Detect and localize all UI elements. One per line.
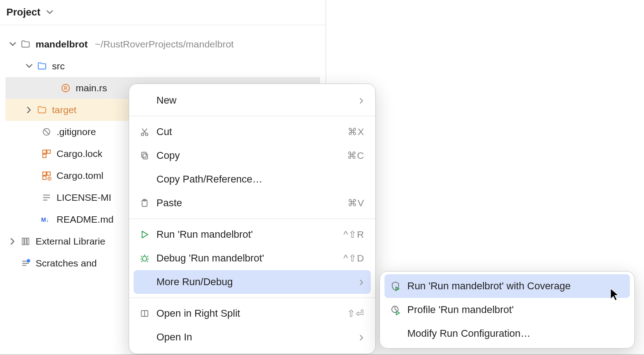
copy-icon <box>138 149 151 162</box>
svg-point-31 <box>142 256 146 261</box>
menu-item-copy-path[interactable]: Copy Path/Reference… <box>134 167 371 191</box>
menu-label: Cut <box>156 126 348 138</box>
tree-node-label: Scratches and <box>36 258 97 269</box>
cargo-icon <box>41 148 52 159</box>
menu-label: Open In <box>156 331 359 343</box>
panel-header: Project <box>0 0 326 25</box>
menu-shortcut: ⌘X <box>348 126 364 137</box>
tree-node-src[interactable]: src <box>0 55 326 77</box>
menu-item-new[interactable]: New <box>134 89 371 112</box>
menu-label: Run 'Run mandelbrot' with Coverage <box>407 280 623 292</box>
svg-rect-27 <box>143 154 147 159</box>
menu-label: Copy Path/Reference… <box>156 173 364 185</box>
menu-label: New <box>156 94 359 106</box>
menu-label: Profile 'Run mandelbrot' <box>407 304 623 316</box>
menu-shortcut: ⇧⏎ <box>347 308 364 319</box>
svg-rect-17 <box>25 238 26 245</box>
svg-line-37 <box>141 261 143 262</box>
submenu-more-run-debug: Run 'Run mandelbrot' with Coverage Profi… <box>379 271 635 349</box>
scratches-icon <box>20 258 31 269</box>
tree-node-label: main.rs <box>76 83 107 94</box>
menu-label: Run 'Run mandelbrot' <box>156 229 343 240</box>
ignore-icon <box>41 126 52 137</box>
run-icon <box>138 228 151 241</box>
svg-rect-4 <box>43 150 46 153</box>
svg-line-3 <box>44 130 49 135</box>
tree-node-label: Cargo.toml <box>57 170 104 181</box>
markdown-icon: M↓ <box>41 214 52 225</box>
profile-icon <box>389 303 402 316</box>
menu-item-paste[interactable]: Paste ⌘V <box>134 191 371 215</box>
menu-label: Open in Right Split <box>156 308 347 319</box>
svg-point-23 <box>141 133 144 136</box>
menu-item-copy[interactable]: Copy ⌘C <box>134 144 371 167</box>
folder-icon <box>36 61 47 72</box>
debug-icon <box>138 252 151 265</box>
cut-icon <box>138 125 151 138</box>
svg-rect-28 <box>142 152 146 157</box>
menu-shortcut: ⌘V <box>348 198 364 209</box>
menu-label: Debug 'Run mandelbrot' <box>156 252 343 264</box>
submenu-item-profile[interactable]: Profile 'Run mandelbrot' <box>384 298 630 322</box>
text-file-icon <box>41 192 52 203</box>
menu-separator <box>129 219 375 219</box>
submenu-item-coverage[interactable]: Run 'Run mandelbrot' with Coverage <box>384 274 630 298</box>
menu-shortcut: ^⇧R <box>343 229 364 240</box>
rust-file-icon: R <box>60 83 71 94</box>
tree-node-label: External Librarie <box>36 236 105 247</box>
svg-line-43 <box>395 309 397 310</box>
svg-point-24 <box>145 133 148 136</box>
split-right-icon <box>138 307 151 320</box>
menu-item-open-right-split[interactable]: Open in Right Split ⇧⏎ <box>134 302 371 325</box>
svg-text:R: R <box>64 86 68 91</box>
tree-node-path: ~/RustRoverProjects/mandelbrot <box>95 39 234 50</box>
tree-node-root[interactable]: mandelbrot ~/RustRoverProjects/mandelbro… <box>0 33 326 55</box>
svg-rect-6 <box>43 154 46 157</box>
chevron-down-icon[interactable] <box>45 8 54 17</box>
menu-label: Copy <box>156 150 347 162</box>
folder-icon <box>36 104 47 115</box>
menu-separator <box>129 116 375 116</box>
paste-icon <box>138 197 151 209</box>
svg-line-34 <box>147 256 149 257</box>
svg-rect-8 <box>47 172 50 175</box>
svg-rect-9 <box>43 176 46 179</box>
tree-node-label: mandelbrot <box>36 39 88 50</box>
tree-node-label: target <box>52 104 77 115</box>
menu-label: Paste <box>156 197 348 209</box>
chevron-right-icon <box>359 94 364 106</box>
context-menu: New Cut ⌘X Copy ⌘C Copy Path/Reference… <box>129 84 376 354</box>
folder-icon <box>20 39 31 50</box>
menu-label: More Run/Debug <box>156 276 359 288</box>
svg-line-38 <box>147 261 148 262</box>
menu-label: Modify Run Configuration… <box>407 328 623 339</box>
panel-title: Project <box>6 6 41 18</box>
submenu-item-modify-config[interactable]: Modify Run Configuration… <box>384 322 630 345</box>
cargo-icon: R <box>41 170 52 181</box>
tree-node-label: README.md <box>57 214 114 225</box>
menu-item-cut[interactable]: Cut ⌘X <box>134 120 371 144</box>
svg-rect-5 <box>47 150 50 153</box>
menu-item-debug[interactable]: Debug 'Run mandelbrot' ^⇧D <box>134 246 371 270</box>
chevron-right-icon[interactable] <box>25 105 34 115</box>
svg-rect-7 <box>43 172 46 175</box>
svg-rect-16 <box>22 238 24 245</box>
chevron-right-icon[interactable] <box>8 237 17 246</box>
svg-rect-18 <box>27 238 29 245</box>
chevron-right-icon <box>359 331 364 343</box>
menu-item-more-run-debug[interactable]: More Run/Debug <box>134 270 371 294</box>
chevron-right-icon <box>359 276 364 288</box>
tree-node-label: src <box>52 61 65 72</box>
menu-separator <box>129 298 375 298</box>
menu-shortcut: ^⇧D <box>343 253 364 264</box>
svg-text:M↓: M↓ <box>41 216 49 223</box>
menu-shortcut: ⌘C <box>347 150 364 161</box>
chevron-down-icon[interactable] <box>25 62 34 71</box>
chevron-down-icon[interactable] <box>8 40 17 49</box>
svg-text:R: R <box>48 177 51 180</box>
menu-item-open-in[interactable]: Open In <box>134 325 371 349</box>
tree-node-label: LICENSE-MI <box>57 192 111 203</box>
menu-item-run[interactable]: Run 'Run mandelbrot' ^⇧R <box>134 223 371 246</box>
svg-point-22 <box>27 259 30 262</box>
tree-node-label: .gitignore <box>57 126 96 137</box>
